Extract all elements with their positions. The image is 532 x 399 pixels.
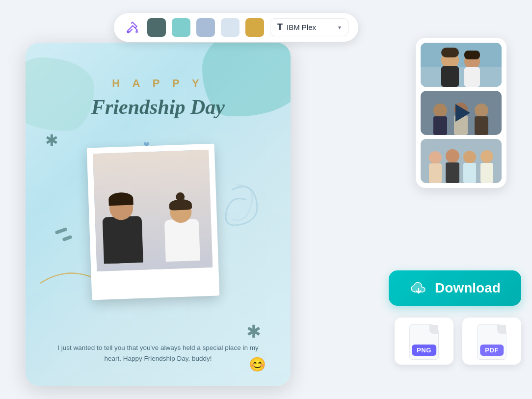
- caption-text: I just wanted to tell you that you've al…: [26, 343, 291, 364]
- download-button[interactable]: Download: [389, 270, 521, 306]
- media-strip: [416, 38, 506, 188]
- font-selector[interactable]: T IBM Plex ▾: [270, 18, 348, 36]
- download-icon: [409, 279, 428, 297]
- dash-decoration-1: [55, 227, 68, 234]
- polaroid-photo-image: [93, 149, 213, 271]
- svg-rect-22: [446, 162, 459, 183]
- font-name: IBM Plex: [287, 23, 334, 31]
- play-button[interactable]: [455, 104, 470, 122]
- font-t-icon: T: [277, 22, 283, 32]
- polaroid-photo-frame: [87, 143, 220, 300]
- chevron-down-icon: ▾: [338, 24, 341, 31]
- svg-rect-7: [464, 67, 480, 87]
- svg-rect-24: [480, 163, 493, 183]
- friendship-day-title: Friendship Day: [26, 96, 291, 118]
- happy-text: H A P P Y: [26, 77, 291, 90]
- svg-rect-4: [441, 66, 459, 87]
- color-swatch-mint[interactable]: [172, 18, 190, 37]
- main-container: T IBM Plex ▾ H A P P Y Friendship Day ✱ …: [26, 13, 506, 386]
- media-thumbnail-3[interactable]: [421, 139, 502, 183]
- media-thumbnail-1[interactable]: [421, 43, 502, 87]
- svg-point-20: [480, 150, 493, 163]
- svg-rect-23: [463, 163, 476, 183]
- asterisk-left-decoration: ✱: [45, 131, 58, 150]
- download-label: Download: [435, 280, 501, 296]
- swirl-decoration: [222, 180, 266, 239]
- design-card: H A P P Y Friendship Day ✱ ♥ ✱: [26, 43, 291, 386]
- png-badge: PNG: [412, 345, 436, 356]
- color-swatch-light-blue[interactable]: [196, 18, 215, 37]
- png-format-card[interactable]: PNG: [395, 318, 453, 365]
- color-swatch-pale-blue[interactable]: [221, 18, 239, 37]
- paint-bucket-icon[interactable]: [124, 19, 141, 36]
- svg-point-17: [429, 151, 442, 164]
- file-formats-container: PNG PDF: [395, 318, 521, 365]
- asterisk-right-decoration: ✱: [246, 321, 261, 342]
- svg-rect-5: [441, 48, 459, 57]
- svg-point-0: [135, 30, 138, 32]
- toolbar: T IBM Plex ▾: [114, 13, 358, 42]
- svg-point-18: [446, 149, 459, 163]
- dash-decoration-2: [62, 235, 72, 241]
- color-swatch-dark-teal[interactable]: [147, 18, 166, 37]
- svg-point-19: [463, 151, 476, 163]
- media-thumbnail-2[interactable]: [421, 91, 502, 135]
- pdf-badge: PDF: [480, 345, 504, 356]
- blob-mint-decoration: [26, 57, 94, 131]
- pdf-format-card[interactable]: PDF: [462, 318, 521, 365]
- yellow-curve-decoration: [35, 264, 99, 288]
- svg-rect-21: [429, 163, 442, 183]
- svg-rect-8: [464, 51, 480, 59]
- svg-rect-2: [421, 67, 502, 87]
- color-swatch-golden[interactable]: [245, 18, 264, 37]
